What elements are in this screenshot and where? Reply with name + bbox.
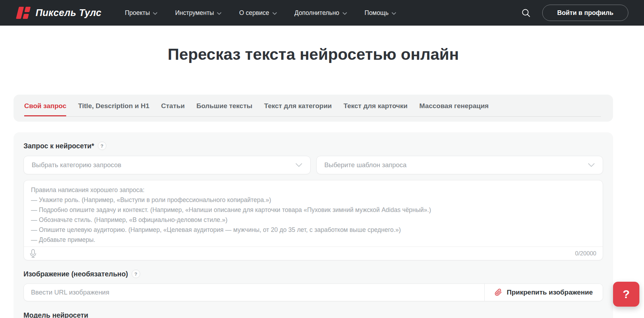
chevron-down-icon [588, 163, 595, 167]
chevron-down-icon [153, 12, 157, 15]
image-help-icon[interactable]: ? [132, 270, 140, 278]
chevron-down-icon [392, 12, 396, 15]
nav-item-extra[interactable]: Дополнительно [295, 9, 347, 17]
brand-logo[interactable]: Пиксель Тулс [16, 6, 101, 19]
brand-name: Пиксель Тулс [36, 7, 101, 18]
prompt-textarea-wrap: 0/20000 [23, 180, 603, 260]
template-select[interactable]: Выберите шаблон запроса [316, 156, 603, 174]
chevron-down-icon [217, 12, 221, 15]
content-container: Пересказ текста нейросетью онлайн Свой з… [14, 43, 613, 318]
prompt-label: Запрос к нейросети* [23, 142, 94, 150]
tab-custom-request[interactable]: Свой запрос [24, 102, 66, 116]
chevron-down-icon [273, 12, 277, 15]
nav-item-label: Дополнительно [295, 9, 339, 17]
chevron-down-icon [343, 12, 347, 15]
tab-product-card-text[interactable]: Текст для карточки [344, 102, 408, 116]
prompt-label-row: Запрос к нейросети* ? [23, 142, 603, 150]
search-button[interactable] [521, 8, 531, 18]
tab-long-texts[interactable]: Большие тексты [196, 102, 252, 116]
prompt-textarea-footer: 0/20000 [24, 247, 603, 260]
top-navigation-bar: Пиксель Тулс Проекты Инструменты О серви… [0, 0, 644, 26]
attach-image-button[interactable]: Прикрепить изображение [485, 284, 603, 301]
nav-item-label: Проекты [125, 9, 150, 17]
nav-item-projects[interactable]: Проекты [125, 9, 157, 17]
attach-image-label: Прикрепить изображение [507, 288, 593, 296]
nav-item-help[interactable]: Помощь [365, 9, 396, 17]
tab-articles[interactable]: Статьи [161, 102, 185, 116]
paperclip-icon [495, 288, 502, 296]
nav-item-label: Помощь [365, 9, 389, 17]
tab-bar: Свой запрос Title, Description и H1 Стат… [14, 95, 613, 122]
main-nav: Проекты Инструменты О сервисе Дополнител… [125, 9, 396, 17]
search-icon [521, 8, 531, 18]
voice-input-button[interactable] [30, 249, 37, 258]
header-right: Войти в профиль [521, 5, 628, 21]
char-counter: 0/20000 [575, 250, 596, 257]
nav-item-tools[interactable]: Инструменты [175, 9, 221, 17]
image-url-row: Прикрепить изображение [23, 283, 603, 301]
prompt-textarea[interactable] [24, 180, 603, 247]
category-select[interactable]: Выбрать категорию запросов [23, 156, 311, 174]
category-select-placeholder: Выбрать категорию запросов [32, 161, 121, 169]
page: Пиксель Тулс Проекты Инструменты О серви… [0, 0, 644, 318]
tab-bar-divider [24, 116, 601, 117]
nav-item-about[interactable]: О сервисе [239, 9, 276, 17]
tab-title-description-h1[interactable]: Title, Description и H1 [78, 102, 149, 116]
template-select-placeholder: Выберите шаблон запроса [324, 161, 407, 169]
image-url-input[interactable] [24, 284, 484, 301]
brand-logo-icon [15, 6, 32, 19]
prompt-help-icon[interactable]: ? [98, 142, 106, 150]
floating-help-button[interactable]: ? [613, 282, 639, 307]
image-label-row: Изображение (необязательно) ? [23, 270, 603, 278]
microphone-icon [30, 249, 37, 258]
selects-row: Выбрать категорию запросов Выберите шабл… [23, 156, 603, 174]
chevron-down-icon [295, 163, 302, 167]
model-section-label: Модель нейросети [23, 311, 603, 318]
page-title: Пересказ текста нейросетью онлайн [14, 43, 613, 65]
login-button[interactable]: Войти в профиль [542, 5, 628, 21]
nav-item-label: О сервисе [239, 9, 269, 17]
tab-category-text[interactable]: Текст для категории [264, 102, 332, 116]
image-label: Изображение (необязательно) [23, 270, 128, 278]
tab-mass-generation[interactable]: Массовая генерация [419, 102, 489, 116]
generation-form-card: Запрос к нейросети* ? Выбрать категорию … [14, 132, 613, 318]
nav-item-label: Инструменты [175, 9, 214, 17]
tabs: Свой запрос Title, Description и H1 Стат… [14, 95, 613, 116]
